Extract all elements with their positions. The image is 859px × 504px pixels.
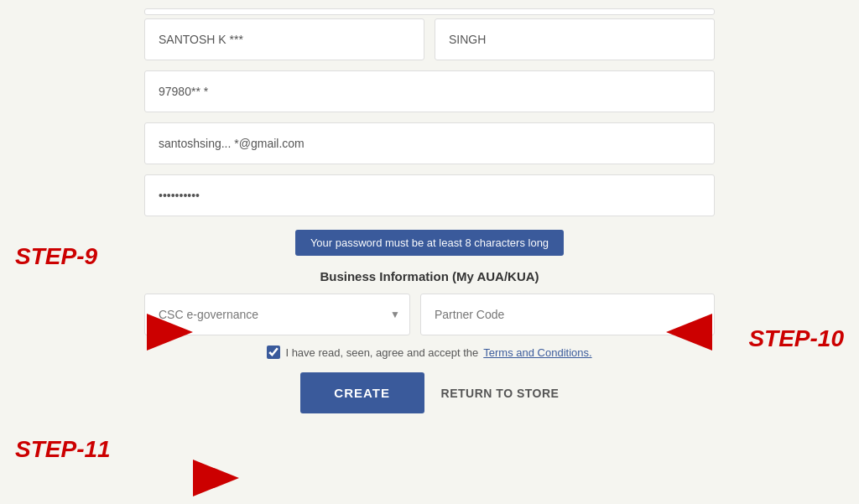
form-container: Your password must be at least 8 charact… — [144, 18, 715, 413]
step11-arrow — [193, 460, 239, 496]
terms-row: I have read, seen, agree and accept the … — [144, 346, 715, 359]
first-name-field[interactable] — [144, 18, 424, 60]
business-row: CSC e-governance ▼ — [144, 294, 715, 335]
step10-label: STEP-10 — [748, 325, 844, 352]
top-bar-partial — [144, 8, 715, 15]
step11-label: STEP-11 — [15, 436, 111, 463]
password-field[interactable] — [144, 174, 715, 216]
password-hint: Your password must be at least 8 charact… — [295, 230, 564, 256]
phone-row — [144, 70, 715, 112]
step9-arrow — [147, 314, 193, 351]
last-name-field[interactable] — [435, 18, 715, 60]
step9-label: STEP-9 — [15, 243, 97, 270]
email-field[interactable] — [144, 122, 715, 164]
phone-field[interactable] — [144, 70, 715, 112]
return-to-store-link[interactable]: RETURN TO STORE — [441, 387, 560, 400]
password-row — [144, 174, 715, 216]
page-wrapper: Your password must be at least 8 charact… — [0, 0, 859, 504]
create-button[interactable]: CREATE — [300, 372, 424, 413]
terms-link[interactable]: Terms and Conditions. — [483, 346, 591, 359]
email-row — [144, 122, 715, 164]
action-row: CREATE RETURN TO STORE — [144, 372, 715, 413]
step10-arrow — [666, 314, 712, 351]
business-section-title: Business Information (My AUA/KUA) — [144, 269, 715, 283]
terms-checkbox[interactable] — [267, 346, 280, 359]
terms-text: I have read, seen, agree and accept the — [285, 346, 478, 359]
name-row — [144, 18, 715, 60]
